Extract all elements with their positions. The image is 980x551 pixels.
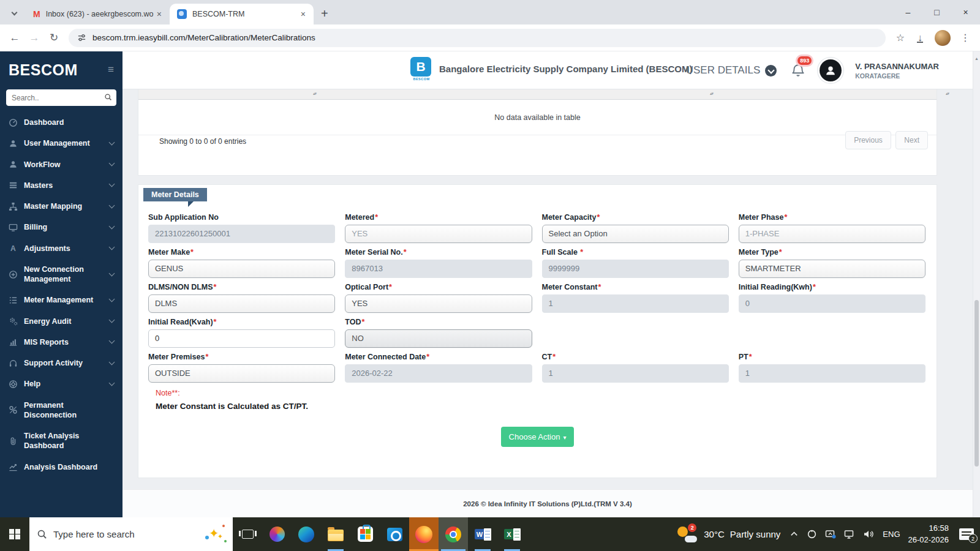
required-asterisk: * [214, 318, 217, 326]
field-label: Optical Port [345, 283, 388, 291]
new-tab-button[interactable]: + [321, 7, 328, 21]
download-icon[interactable]: ↓ [910, 32, 930, 43]
sidebar-item-permanent-disconnection[interactable]: Permanent Disconnection [0, 395, 123, 426]
chrome-button[interactable] [439, 517, 468, 551]
sidebar-item-analysis-dashboard[interactable]: Analysis Dashboard [0, 457, 123, 478]
notification-center-icon[interactable]: 2 [959, 528, 974, 540]
sidebar-item-ticket-analysis-dashboard[interactable]: Ticket Analysis Dashboard [0, 425, 123, 457]
sidebar-item-adjustments[interactable]: A Adjustments [0, 238, 123, 259]
meter-premises-select[interactable]: OUTSIDE [148, 364, 335, 383]
sidebar-item-mis-reports[interactable]: MIS Reports [0, 332, 123, 353]
url-text[interactable]: bescom.trm.ieasybill.com/MeterCalibratio… [92, 33, 315, 42]
maximize-button[interactable]: □ [922, 0, 951, 24]
sidebar-item-label: Ticket Analysis Dashboard [24, 431, 114, 451]
close-icon[interactable]: × [298, 9, 309, 19]
page-scrollbar[interactable]: ▲ [973, 51, 980, 517]
field-initial-reading-kwh: Initial Reading(Kwh)* 0 [739, 283, 925, 313]
close-window-button[interactable]: × [951, 0, 980, 24]
sidebar-item-energy-audit[interactable]: Energy Audit [0, 311, 123, 332]
excel-button[interactable]: X [497, 517, 527, 551]
user-name-block[interactable]: V. PRASANNAKUMAR KORATAGERE [855, 62, 939, 80]
sidebar-item-masters[interactable]: Masters [0, 175, 123, 196]
copilot-button[interactable] [262, 517, 292, 551]
meter-details-card: Meter Details Sub Application No 2213102… [138, 184, 937, 478]
sitemap-icon [9, 202, 18, 211]
required-asterisk: * [214, 283, 217, 291]
menu-kebab-icon[interactable]: ⋮ [956, 32, 975, 43]
minimize-button[interactable]: – [894, 0, 922, 24]
previous-button[interactable]: Previous [845, 131, 891, 149]
sidebar-item-workflow[interactable]: WorkFlow [0, 154, 123, 175]
dlms-select[interactable]: DLMS [148, 294, 335, 313]
unlink-icon [9, 405, 18, 414]
forward-icon[interactable]: → [24, 32, 44, 44]
notifications-bell[interactable]: 893 [790, 63, 806, 81]
optical-port-select[interactable]: YES [345, 294, 532, 313]
choose-action-button[interactable]: Choose Action▾ [501, 427, 575, 447]
meter-capacity-select[interactable]: Select an Option [542, 225, 729, 243]
meter-make-select[interactable]: GENUS [148, 260, 335, 278]
meter-type-select[interactable]: SMARTMETER [739, 260, 925, 278]
browser-profile-avatar[interactable] [935, 30, 951, 46]
taskbar-search-input[interactable] [53, 529, 197, 539]
user-avatar[interactable] [820, 59, 842, 81]
language-indicator[interactable]: ENG [883, 530, 900, 539]
user-details-dropdown[interactable]: USER DETAILS [686, 64, 777, 77]
search-input[interactable] [6, 89, 116, 106]
field-label: Meter Make [148, 248, 190, 257]
tab-gmail[interactable]: M Inbox (623) - aeekrgbescom.wo × [26, 4, 170, 24]
start-button[interactable] [0, 517, 29, 551]
letter-a-icon: A [9, 244, 18, 253]
firefox-button[interactable] [409, 517, 439, 551]
sidebar-item-master-mapping[interactable]: Master Mapping [0, 196, 123, 217]
chevron-down-icon [109, 139, 115, 145]
hamburger-icon[interactable]: ≡ [108, 64, 114, 76]
sidebar-item-support-activity[interactable]: Support Activity [0, 353, 123, 373]
scrollbar-thumb[interactable] [974, 300, 979, 467]
table-divider [138, 135, 937, 135]
tab-bescom-trm[interactable]: BESCOM-TRM × [170, 4, 314, 24]
weather-widget[interactable]: 2 30°C Partly sunny [676, 525, 780, 544]
plus-circle-icon [9, 270, 18, 279]
tray-volume-icon[interactable] [863, 529, 875, 539]
reload-icon[interactable]: ↻ [44, 31, 64, 44]
scrollbar-up-icon[interactable]: ▲ [973, 56, 980, 61]
initial-read-kvah-input[interactable]: 0 [148, 329, 335, 348]
tab-search-chevron-icon[interactable] [6, 6, 22, 21]
sidebar-item-new-connection-management[interactable]: New Connection Management [0, 259, 123, 290]
taskbar-clock[interactable]: 16:58 26-02-2026 [908, 523, 949, 545]
task-view-button[interactable] [233, 517, 262, 551]
gmail-icon: M [33, 9, 40, 19]
tray-sync-icon[interactable] [807, 529, 817, 539]
sort-icon[interactable]: ▴▾ [710, 91, 713, 96]
tray-display-icon[interactable] [825, 529, 836, 539]
bookmark-star-icon[interactable]: ☆ [891, 32, 910, 43]
close-icon[interactable]: × [154, 9, 165, 19]
taskbar-search[interactable]: ✦✦ [29, 517, 233, 551]
tune-icon[interactable] [77, 33, 86, 42]
sort-icon[interactable]: ▴▾ [313, 91, 316, 96]
sidebar-item-label: Analysis Dashboard [24, 462, 114, 472]
file-explorer-button[interactable] [321, 517, 350, 551]
sidebar-item-dashboard[interactable]: Dashboard [0, 112, 123, 133]
back-icon[interactable]: ← [5, 32, 24, 44]
sidebar-item-help[interactable]: Help [0, 373, 123, 394]
required-asterisk: * [404, 248, 407, 257]
required-asterisk: * [597, 213, 600, 222]
ms-store-button[interactable] [350, 517, 380, 551]
field-meter-type: Meter Type* SMARTMETER [739, 248, 925, 278]
tray-expand-icon[interactable] [790, 530, 799, 539]
chevron-down-icon [109, 296, 115, 302]
footer-text: 2026 © Idea Infinity IT Solutions (P)Ltd… [463, 500, 632, 508]
address-bar[interactable]: bescom.trm.ieasybill.com/MeterCalibratio… [69, 29, 886, 47]
outlook-button[interactable] [380, 517, 409, 551]
sidebar-item-user-management[interactable]: User Management [0, 133, 123, 154]
word-button[interactable]: W [468, 517, 497, 551]
tod-select[interactable]: NO [345, 329, 532, 348]
next-button[interactable]: Next [895, 131, 928, 149]
sort-icon[interactable]: ▴▾ [946, 91, 949, 96]
sidebar-item-billing[interactable]: Billing [0, 217, 123, 238]
tray-network-icon[interactable] [844, 529, 855, 539]
sidebar-item-meter-management[interactable]: Meter Management [0, 290, 123, 310]
edge-button[interactable] [292, 517, 321, 551]
